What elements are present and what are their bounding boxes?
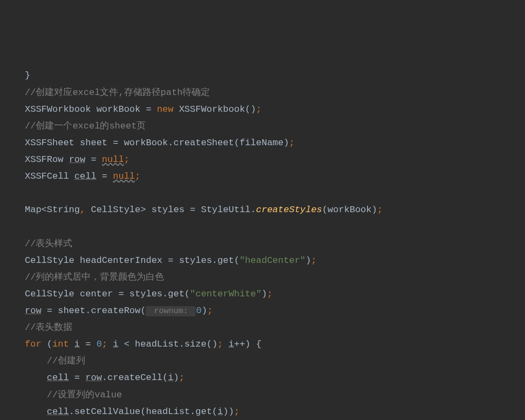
method-call: .setCellValue(headList.get(: [69, 407, 217, 417]
variable-i: i: [229, 339, 234, 349]
blank-line: [25, 218, 525, 235]
keyword-new: new: [157, 104, 174, 114]
code-line: //创建对应excel文件,存储路径path待确定: [25, 84, 525, 101]
code-line: cell = row.createCell(i);: [25, 369, 525, 386]
variable-cell: cell: [74, 171, 97, 181]
code-line: XSSFRow row = null;: [25, 151, 525, 168]
statement: CellStyle> styles = StyleUtil.: [85, 205, 256, 215]
paren-close: ): [262, 289, 267, 299]
code-line: CellStyle headCenterIndex = styles.get("…: [25, 252, 525, 269]
parameter-hint: rownum:: [146, 306, 196, 316]
comment: //设置列的value: [47, 390, 122, 400]
variable-i: i: [168, 372, 173, 383]
semicolon: ;: [234, 407, 240, 417]
semicolon: ;: [124, 154, 129, 165]
keyword-null: null: [102, 154, 124, 165]
variable-i: i: [74, 339, 80, 349]
paren-close: ): [305, 255, 311, 266]
operator: =: [140, 104, 157, 114]
code-line: cell.setCellValue(headList.get(i));: [25, 403, 525, 420]
type-name: XSSFWorkbook: [25, 104, 91, 114]
semicolon: ;: [311, 255, 317, 266]
variable-row: row: [25, 306, 42, 316]
operator: =: [80, 339, 97, 349]
keyword-int: int: [52, 339, 69, 349]
semicolon: ;: [207, 306, 213, 316]
operator: =: [97, 171, 113, 181]
keyword-null: null: [113, 171, 135, 181]
type-name: XSSFRow: [25, 154, 69, 165]
static-method: createStyles: [256, 205, 322, 215]
semicolon: ;: [102, 339, 107, 349]
statement: = sheet.createRow(: [42, 306, 146, 316]
code-line: //创建列: [25, 353, 525, 369]
code-line: //列的样式居中，背景颜色为白色: [25, 269, 525, 286]
comment: //列的样式居中，背景颜色为白色: [25, 272, 164, 282]
comment: //创建一个excel的sheet页: [25, 121, 146, 131]
paren-close: )): [223, 407, 234, 417]
comment: //表头数据: [25, 322, 72, 333]
code-line: //设置列的value: [25, 387, 525, 403]
semicolon: ;: [217, 339, 223, 349]
operator: =: [69, 372, 86, 383]
variable-i: i: [113, 339, 118, 349]
statement: CellStyle center = styles.get(: [25, 289, 190, 299]
space: [69, 339, 74, 349]
condition: < headList.size(): [118, 339, 217, 349]
code-line: Map<String, CellStyle> styles = StyleUti…: [25, 201, 525, 218]
semicolon: ;: [179, 372, 185, 383]
keyword-for: for: [25, 339, 42, 349]
comment: //创建列: [47, 356, 85, 366]
variable-cell: cell: [47, 372, 69, 383]
increment: ++) {: [234, 339, 262, 349]
string-literal: "centerWhite": [190, 289, 262, 299]
semicolon: ;: [377, 205, 383, 215]
space: [107, 339, 113, 349]
variable-cell: cell: [47, 407, 69, 417]
paren-close: ): [202, 306, 207, 316]
code-line: XSSFWorkbook workBook = new XSSFWorkbook…: [25, 101, 525, 118]
paren-close: ): [173, 372, 179, 383]
code-line: //表头样式: [25, 235, 525, 252]
code-editor[interactable]: }//创建对应excel文件,存储路径path待确定XSSFWorkbook w…: [25, 67, 525, 420]
type-generic: Map<String: [25, 205, 80, 215]
semicolon: ;: [289, 138, 295, 148]
code-line: XSSFSheet sheet = workBook.createSheet(f…: [25, 134, 525, 151]
code-line: CellStyle center = styles.get("centerWhi…: [25, 286, 525, 302]
comment: //创建对应excel文件,存储路径path待确定: [25, 87, 210, 98]
number-literal: 0: [196, 306, 201, 316]
variable-i: i: [217, 407, 223, 417]
semicolon: ;: [267, 289, 272, 299]
code-line: }: [25, 67, 525, 84]
constructor-call: XSSFWorkbook(): [173, 104, 256, 114]
arguments: (workBook): [322, 205, 377, 215]
type-name: XSSFSheet: [25, 138, 74, 148]
method-call: .createCell(: [102, 372, 168, 383]
code-line: for (int i = 0; i < headList.size(); i++…: [25, 336, 525, 353]
comma: ,: [80, 205, 85, 215]
semicolon: ;: [256, 104, 262, 114]
variable-row: row: [69, 154, 86, 165]
code-line: //创建一个excel的sheet页: [25, 118, 525, 134]
brace-close: }: [25, 70, 30, 80]
number-literal: 0: [97, 339, 102, 349]
semicolon: ;: [135, 171, 140, 181]
comment: //表头样式: [25, 239, 72, 249]
type-name: XSSFCell: [25, 171, 74, 181]
code-line: //表头数据: [25, 319, 525, 336]
text: [91, 104, 96, 114]
statement: CellStyle headCenterIndex = styles.get(: [25, 255, 240, 266]
code-line: row = sheet.createRow( rownum: 0);: [25, 302, 525, 319]
blank-line: [25, 185, 525, 201]
variable: workBook: [97, 104, 141, 114]
operator: =: [85, 154, 102, 165]
paren-open: (: [42, 339, 52, 349]
code-line: XSSFCell cell = null;: [25, 168, 525, 185]
space: [223, 339, 228, 349]
statement: sheet = workBook.createSheet(fileName): [74, 138, 289, 148]
variable-row: row: [85, 372, 102, 383]
string-literal: "headCenter": [240, 255, 305, 266]
